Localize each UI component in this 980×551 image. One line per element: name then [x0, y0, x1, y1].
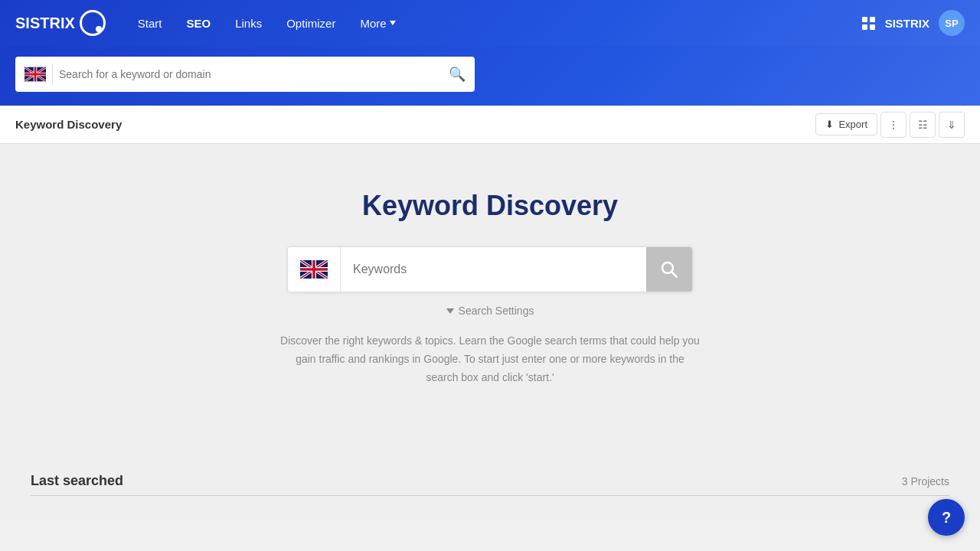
page-header: Keyword Discovery ⬇ Export ⋮ ☷ ⇓: [0, 106, 980, 144]
keyword-search-button[interactable]: [646, 247, 692, 292]
flag-uk-small: [24, 67, 46, 82]
header: SISTRIX Start SEO Links Optimizer More S…: [0, 0, 980, 46]
nav-start[interactable]: Start: [129, 12, 172, 34]
top-search-container: 🔍: [15, 57, 475, 92]
nav-more-label: More: [360, 17, 386, 30]
flag-selector[interactable]: [288, 247, 341, 292]
search-settings-label: Search Settings: [459, 305, 534, 317]
share-button[interactable]: ⋮: [880, 112, 906, 138]
download-icon: ⇓: [947, 119, 956, 131]
search-settings[interactable]: Search Settings: [446, 305, 534, 317]
last-searched-section: Last searched 3 Projects: [15, 461, 965, 496]
logo-icon: [80, 10, 106, 36]
grid-icon[interactable]: [862, 17, 876, 30]
search-divider: [52, 64, 53, 85]
main-title: Keyword Discovery: [362, 190, 618, 222]
export-label: Export: [838, 119, 867, 130]
projects-count: 3 Projects: [902, 475, 949, 487]
svg-line-3: [672, 272, 678, 278]
page-title: Keyword Discovery: [15, 118, 122, 131]
header-right: SISTRIX SP: [862, 10, 965, 36]
nav-more[interactable]: More: [351, 12, 404, 34]
flag-uk-large: [300, 260, 328, 279]
grid-dots: [862, 17, 876, 30]
search-btn-icon: [661, 261, 678, 278]
last-searched-title: Last searched: [31, 473, 123, 489]
nav-links[interactable]: Links: [226, 12, 271, 34]
search-icon[interactable]: 🔍: [449, 66, 466, 83]
keyword-search-box: [287, 246, 693, 292]
logo-text: SISTRIX: [15, 15, 75, 32]
chevron-down-icon: [390, 21, 396, 25]
logo[interactable]: SISTRIX: [15, 10, 106, 36]
keyword-input[interactable]: [341, 262, 646, 276]
export-icon: ⬇: [825, 119, 834, 130]
search-bar-area: 🔍: [0, 46, 980, 106]
description-text: Discover the right keywords & topics. Le…: [279, 332, 701, 386]
view-icon: ☷: [918, 119, 928, 131]
share-icon: ⋮: [888, 119, 899, 131]
last-searched-header: Last searched 3 Projects: [31, 473, 949, 496]
page-actions: ⬇ Export ⋮ ☷ ⇓: [815, 112, 965, 138]
download-button[interactable]: ⇓: [939, 112, 965, 138]
nav-optimizer[interactable]: Optimizer: [277, 12, 345, 34]
nav: Start SEO Links Optimizer More: [129, 12, 862, 34]
export-button[interactable]: ⬇ Export: [815, 113, 877, 135]
search-input[interactable]: [59, 68, 443, 80]
view-toggle-button[interactable]: ☷: [910, 112, 936, 138]
avatar[interactable]: SP: [939, 10, 965, 36]
main-content: Keyword Discovery Search Settings Discov…: [0, 144, 980, 519]
help-button[interactable]: ?: [928, 499, 965, 536]
nav-seo[interactable]: SEO: [177, 12, 220, 34]
triangle-down-icon: [446, 308, 454, 314]
brand-name: SISTRIX: [885, 17, 929, 30]
